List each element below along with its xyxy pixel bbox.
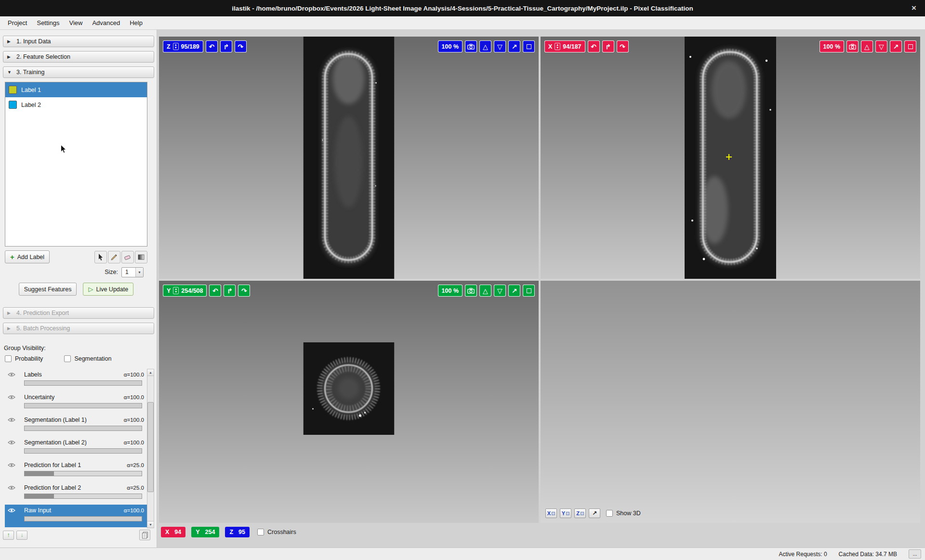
- scroll-up-icon[interactable]: ▲: [147, 369, 154, 376]
- arrow-tool-button[interactable]: [94, 251, 107, 263]
- eye-icon[interactable]: [8, 508, 24, 513]
- layer-scrollbar[interactable]: ▲ ▼: [147, 369, 154, 528]
- menu-project[interactable]: Project: [3, 17, 32, 28]
- slice-up-button[interactable]: △: [861, 40, 873, 52]
- label-color-swatch[interactable]: [9, 101, 17, 109]
- eye-icon[interactable]: [8, 463, 24, 468]
- slice-position-badge[interactable]: Z ▲ ▼ 95/189: [163, 40, 203, 52]
- dock-button[interactable]: [523, 285, 535, 297]
- scroll-track[interactable]: [147, 376, 154, 521]
- eye-icon[interactable]: [8, 395, 24, 400]
- maximize-button[interactable]: ↗: [890, 40, 902, 52]
- layer-row-labels[interactable]: Labels α=100.0: [5, 369, 147, 391]
- slice-down-button[interactable]: ▽: [875, 40, 887, 52]
- show-z-plane-button[interactable]: Z: [574, 508, 586, 518]
- layer-row-raw-input[interactable]: Raw Input α=100.0: [5, 505, 147, 527]
- menu-advanced[interactable]: Advanced: [87, 17, 125, 28]
- eye-icon[interactable]: [8, 417, 24, 422]
- layer-row-segmentation-1[interactable]: Segmentation (Label 1) α=100.0: [5, 414, 147, 437]
- slice-down-button[interactable]: ▽: [494, 40, 506, 52]
- applet-prediction-export[interactable]: ▶ 4. Prediction Export: [3, 307, 154, 319]
- brush-tool-button[interactable]: [108, 251, 120, 263]
- close-window-button[interactable]: ×: [909, 0, 919, 16]
- dock-button[interactable]: [904, 40, 916, 52]
- zoom-badge[interactable]: 100 %: [819, 40, 844, 52]
- checkbox-icon[interactable]: [64, 355, 71, 362]
- viewport-3d[interactable]: X Y Z ↗ Show 3D: [541, 281, 920, 523]
- eye-icon[interactable]: [8, 440, 24, 445]
- opacity-slider[interactable]: [24, 516, 142, 521]
- zoom-badge[interactable]: 100 %: [438, 285, 462, 297]
- layer-row-prediction-1[interactable]: Prediction for Label 1 α=25.0: [5, 459, 147, 482]
- spin-down-icon[interactable]: ▼: [174, 47, 177, 49]
- show-y-plane-button[interactable]: Y: [560, 508, 571, 518]
- show-x-plane-button[interactable]: X: [545, 508, 557, 518]
- layer-row-prediction-2[interactable]: Prediction for Label 2 α=25.0: [5, 482, 147, 505]
- slice-up-button[interactable]: △: [479, 285, 491, 297]
- dock-button[interactable]: [523, 40, 535, 52]
- label-row-2[interactable]: Label 2: [5, 97, 147, 112]
- label-row-1[interactable]: Label 1: [5, 82, 147, 97]
- snapshot-button[interactable]: [465, 40, 477, 52]
- label-list[interactable]: Label 1 Label 2: [5, 82, 147, 247]
- slice-spinbox[interactable]: ▲ ▼: [173, 43, 179, 50]
- eraser-tool-button[interactable]: [121, 251, 134, 263]
- viewport-xy[interactable]: Z ▲ ▼ 95/189 ↶ ↱ ↷ 100 % △ ▽ ↗: [159, 37, 539, 279]
- checkbox-icon[interactable]: [257, 529, 264, 535]
- rotate-left-button[interactable]: ↶: [588, 40, 600, 52]
- rotate-right-button[interactable]: ↷: [238, 285, 250, 297]
- checkbox-icon[interactable]: [606, 510, 613, 517]
- applet-input-data[interactable]: ▶ 1. Input Data: [3, 36, 154, 47]
- threshold-tool-button[interactable]: [135, 251, 147, 263]
- suggest-features-button[interactable]: Suggest Features: [19, 283, 77, 296]
- applet-feature-selection[interactable]: ▶ 2. Feature Selection: [3, 51, 154, 63]
- slice-position-badge[interactable]: X ▲ ▼ 94/187: [544, 40, 585, 52]
- crosshairs-check[interactable]: Crosshairs: [257, 529, 296, 535]
- slice-spinbox[interactable]: ▲ ▼: [173, 287, 179, 294]
- rotate-left-button[interactable]: ↶: [209, 285, 221, 297]
- eye-icon[interactable]: [8, 485, 24, 490]
- slice-up-button[interactable]: △: [479, 40, 491, 52]
- dropdown-arrow-icon[interactable]: ▼: [135, 268, 143, 277]
- eye-icon[interactable]: [8, 372, 24, 377]
- opacity-slider[interactable]: [24, 380, 142, 386]
- viewport-xz[interactable]: Y ▲ ▼ 254/508 ↶ ↱ ↷ 100 % △ ▽ ↗: [159, 281, 539, 523]
- opacity-slider[interactable]: [24, 403, 142, 408]
- slice-down-button[interactable]: ▽: [494, 285, 506, 297]
- layer-row-segmentation-2[interactable]: Segmentation (Label 2) α=100.0: [5, 437, 147, 459]
- slice-position-badge[interactable]: Y ▲ ▼ 254/508: [163, 285, 207, 297]
- move-layer-up-button[interactable]: ↑: [3, 531, 14, 540]
- zoom-badge[interactable]: 100 %: [438, 40, 462, 52]
- swap-axes-button[interactable]: ↱: [220, 40, 232, 52]
- rotate-left-button[interactable]: ↶: [206, 40, 218, 52]
- opacity-slider[interactable]: [24, 426, 142, 431]
- maximize-button[interactable]: ↗: [508, 285, 520, 297]
- snapshot-button[interactable]: [846, 40, 859, 52]
- scroll-thumb[interactable]: [147, 402, 154, 492]
- menu-help[interactable]: Help: [125, 17, 147, 28]
- opacity-slider[interactable]: [24, 494, 142, 499]
- label-color-swatch[interactable]: [9, 86, 17, 94]
- snapshot-button[interactable]: [465, 285, 477, 297]
- applet-batch-processing[interactable]: ▶ 5. Batch Processing: [3, 323, 154, 334]
- slice-spinbox[interactable]: ▲ ▼: [555, 43, 560, 50]
- rotate-right-button[interactable]: ↷: [617, 40, 629, 52]
- status-overflow-button[interactable]: ...: [909, 549, 921, 559]
- checkbox-icon[interactable]: [5, 355, 12, 362]
- menu-settings[interactable]: Settings: [32, 17, 64, 28]
- move-layer-down-button[interactable]: ↓: [16, 531, 27, 540]
- live-update-button[interactable]: ▷ Live Update: [83, 283, 133, 296]
- export-layer-button[interactable]: [139, 530, 150, 540]
- brush-size-dropdown[interactable]: 1 ▼: [121, 267, 144, 277]
- swap-axes-button[interactable]: ↱: [602, 40, 614, 52]
- menu-view[interactable]: View: [64, 17, 87, 28]
- viewport-yz[interactable]: X ▲ ▼ 94/187 ↶ ↱ ↷ 100 % △ ▽ ↗: [541, 37, 920, 279]
- opacity-slider[interactable]: [24, 448, 142, 454]
- expand-3d-button[interactable]: ↗: [589, 508, 600, 518]
- probability-check[interactable]: Probability: [5, 355, 43, 362]
- opacity-slider[interactable]: [24, 471, 142, 476]
- swap-axes-button[interactable]: ↱: [224, 285, 236, 297]
- rotate-right-button[interactable]: ↷: [235, 40, 247, 52]
- segmentation-check[interactable]: Segmentation: [64, 355, 111, 362]
- show-3d-check[interactable]: Show 3D: [606, 510, 641, 517]
